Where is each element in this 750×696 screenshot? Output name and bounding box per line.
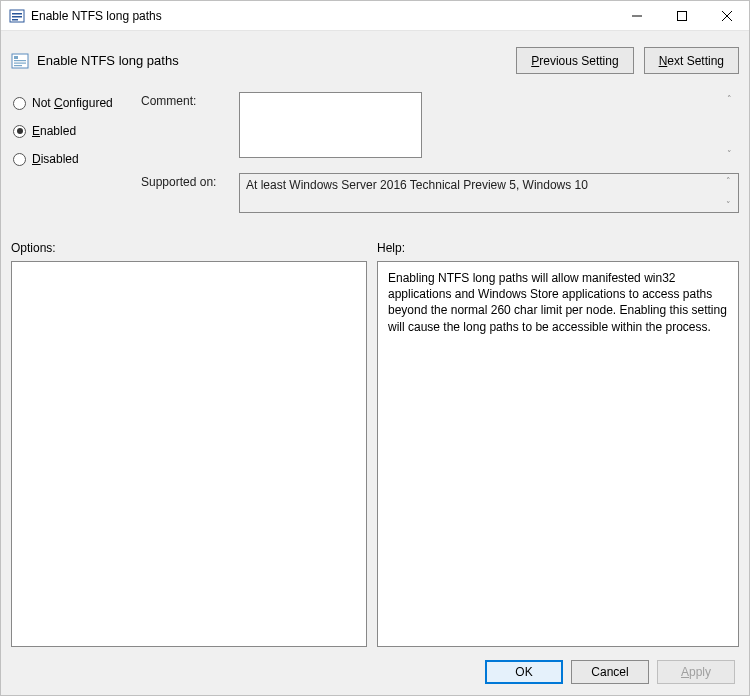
- state-radio-group: Not Configured Enabled Disabled: [11, 92, 141, 225]
- scroll-up-icon: ˄: [721, 94, 737, 104]
- options-panel: [11, 261, 367, 647]
- app-icon: [9, 8, 25, 24]
- close-button[interactable]: [704, 1, 749, 31]
- radio-disabled[interactable]: Disabled: [13, 152, 141, 166]
- ok-button[interactable]: OK: [485, 660, 563, 684]
- window-title: Enable NTFS long paths: [31, 9, 614, 23]
- svg-rect-2: [12, 16, 22, 18]
- supported-on-box: At least Windows Server 2016 Technical P…: [239, 173, 739, 213]
- svg-rect-10: [14, 60, 26, 61]
- svg-rect-12: [14, 65, 22, 66]
- radio-label: Disabled: [32, 152, 79, 166]
- comment-input[interactable]: [239, 92, 422, 158]
- comment-scrollbar[interactable]: ˄ ˅: [721, 94, 737, 159]
- radio-enabled[interactable]: Enabled: [13, 124, 141, 138]
- supported-scrollbar[interactable]: ˄ ˅: [720, 176, 736, 210]
- dialog-content: Enable NTFS long paths Previous Setting …: [1, 31, 749, 647]
- radio-icon: [13, 153, 26, 166]
- scroll-down-icon: ˅: [720, 200, 736, 210]
- help-label: Help:: [377, 241, 739, 255]
- svg-line-6: [722, 11, 732, 21]
- dialog-heading: Enable NTFS long paths: [37, 53, 506, 68]
- dialog-buttons: OK Cancel Apply: [1, 647, 749, 696]
- previous-setting-button[interactable]: Previous Setting: [516, 47, 633, 74]
- radio-icon: [13, 97, 26, 110]
- scroll-up-icon: ˄: [720, 176, 736, 186]
- radio-label: Enabled: [32, 124, 76, 138]
- apply-button[interactable]: Apply: [657, 660, 735, 684]
- next-setting-button[interactable]: Next Setting: [644, 47, 739, 74]
- supported-label: Supported on:: [141, 173, 239, 213]
- svg-rect-11: [14, 62, 26, 63]
- svg-rect-3: [12, 19, 18, 21]
- window-controls: [614, 1, 749, 30]
- scroll-down-icon: ˅: [721, 149, 737, 159]
- svg-rect-1: [12, 13, 22, 15]
- cancel-button[interactable]: Cancel: [571, 660, 649, 684]
- titlebar: Enable NTFS long paths: [1, 1, 749, 31]
- radio-label: Not Configured: [32, 96, 113, 110]
- supported-on-text: At least Windows Server 2016 Technical P…: [246, 178, 588, 192]
- comment-label: Comment:: [141, 92, 239, 161]
- svg-rect-5: [677, 12, 686, 21]
- policy-icon: [11, 52, 29, 70]
- help-panel: Enabling NTFS long paths will allow mani…: [377, 261, 739, 647]
- minimize-button[interactable]: [614, 1, 659, 31]
- help-text: Enabling NTFS long paths will allow mani…: [388, 271, 727, 334]
- svg-line-7: [722, 11, 732, 21]
- options-label: Options:: [11, 241, 377, 255]
- radio-icon: [13, 125, 26, 138]
- radio-not-configured[interactable]: Not Configured: [13, 96, 141, 110]
- svg-rect-9: [14, 56, 18, 59]
- maximize-button[interactable]: [659, 1, 704, 31]
